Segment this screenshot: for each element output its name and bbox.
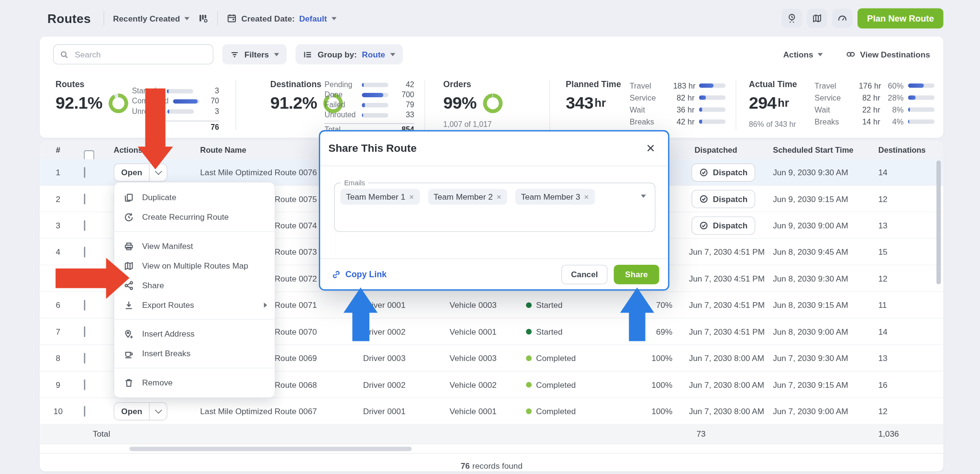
checkbox[interactable] bbox=[84, 406, 86, 416]
chevron-down-icon bbox=[818, 53, 823, 56]
row-checkbox[interactable] bbox=[84, 273, 86, 283]
divider bbox=[103, 11, 104, 25]
legend-label: Breaks bbox=[630, 117, 669, 126]
menu-item-insert-breaks[interactable]: Insert Breaks bbox=[114, 344, 275, 363]
page-title: Routes bbox=[47, 11, 91, 25]
dispatch-button[interactable]: Dispatch bbox=[691, 190, 755, 208]
total-dispatched: 73 bbox=[697, 429, 706, 439]
filters-button[interactable]: Filters bbox=[222, 44, 287, 64]
share-button[interactable]: Share bbox=[613, 265, 659, 284]
actions-dropdown[interactable]: Actions bbox=[783, 50, 823, 59]
menu-item-insert-address[interactable]: Insert Address bbox=[114, 324, 275, 344]
row-checkbox[interactable] bbox=[84, 380, 86, 389]
insert-breaks-icon bbox=[124, 349, 134, 359]
group-by-button[interactable]: Group by: Route bbox=[296, 44, 403, 64]
actions-label: Actions bbox=[783, 50, 813, 59]
menu-item-share[interactable]: Share bbox=[114, 275, 275, 295]
emails-field[interactable]: Emails Team Member 1×Team Member 2×Team … bbox=[334, 182, 656, 232]
chevron-down-icon[interactable] bbox=[641, 194, 646, 198]
horizontal-scrollbar-thumb[interactable] bbox=[130, 447, 412, 451]
open-label: Open bbox=[114, 164, 149, 181]
checkbox[interactable] bbox=[84, 220, 86, 230]
legend-value: 33 bbox=[393, 111, 414, 119]
open-dropdown-toggle[interactable] bbox=[150, 403, 167, 420]
status-cell: Started bbox=[526, 300, 562, 310]
chip-remove-icon[interactable]: × bbox=[497, 192, 501, 201]
menu-item-duplicate[interactable]: Duplicate bbox=[114, 188, 275, 207]
orders-donut bbox=[483, 93, 502, 113]
table-columns-settings-icon[interactable] bbox=[199, 13, 209, 23]
row-number: 6 bbox=[49, 300, 68, 310]
records-count: 76 bbox=[461, 461, 470, 471]
close-icon[interactable]: ✕ bbox=[645, 142, 657, 156]
menu-item-view-on-multiple-routes-map[interactable]: View on Multiple Routes Map bbox=[114, 256, 275, 275]
created-date-filter[interactable]: Created Date: Default bbox=[227, 13, 336, 23]
row-checkbox[interactable] bbox=[84, 168, 86, 177]
search-input[interactable] bbox=[53, 44, 213, 64]
cancel-button[interactable]: Cancel bbox=[561, 265, 607, 284]
recurring-route-icon bbox=[124, 212, 134, 222]
dispatch-button[interactable]: Dispatch bbox=[691, 163, 755, 181]
destinations-legend: Pending42Done700Failed79Unrouted33 bbox=[324, 79, 414, 120]
row-checkbox[interactable] bbox=[84, 247, 86, 257]
menu-item-remove[interactable]: Remove bbox=[114, 373, 275, 393]
email-chips: Team Member 1×Team Member 2×Team Member … bbox=[340, 189, 629, 205]
checkbox[interactable] bbox=[84, 273, 86, 283]
menu-item-create-recurring-route[interactable]: Create Recurring Route bbox=[114, 207, 275, 227]
checkbox[interactable] bbox=[84, 352, 86, 363]
checkbox[interactable] bbox=[84, 193, 86, 204]
created-date-label: Created Date: bbox=[241, 13, 295, 23]
progress-percent: 100% bbox=[634, 380, 673, 389]
checkbox[interactable] bbox=[84, 326, 86, 337]
orders-subtitle: 1,007 of 1,017 bbox=[443, 120, 491, 129]
checkbox[interactable] bbox=[84, 167, 86, 177]
chip-remove-icon[interactable]: × bbox=[584, 192, 589, 201]
row-checkbox[interactable] bbox=[84, 300, 86, 310]
vehicle-cell: Vehicle 0002 bbox=[450, 380, 497, 389]
copy-link-label: Copy Link bbox=[345, 270, 387, 279]
legend-label: Unrouted bbox=[324, 111, 357, 119]
legend-value: 176 hr bbox=[859, 81, 880, 90]
checkbox[interactable] bbox=[84, 247, 86, 257]
row-number: 5 bbox=[49, 273, 68, 283]
row-checkbox[interactable] bbox=[84, 221, 86, 230]
sort-dropdown[interactable]: Recently Created bbox=[113, 13, 189, 23]
legend-value: 42 hr bbox=[673, 117, 695, 126]
top-header: Routes Recently Created Created Date: De… bbox=[0, 0, 980, 37]
menu-item-view-manifest[interactable]: View Manifest bbox=[114, 237, 275, 256]
stat-title: Orders bbox=[443, 79, 471, 89]
row-checkbox[interactable] bbox=[84, 194, 86, 203]
legend-row: Failed79 bbox=[324, 100, 414, 110]
route-history-icon[interactable] bbox=[782, 9, 802, 28]
checkbox[interactable] bbox=[84, 379, 86, 390]
open-dropdown-toggle[interactable] bbox=[150, 164, 167, 181]
horizontal-scrollbar[interactable] bbox=[40, 444, 943, 453]
scheduled-start-cell: Jun 7, 2030 9:15 AM bbox=[773, 380, 848, 389]
chip-remove-icon[interactable]: × bbox=[409, 192, 414, 201]
view-destinations-button[interactable]: View Destinations bbox=[846, 49, 930, 59]
table-row[interactable]: 10OpenLast Mile Optimized Route 0067Driv… bbox=[40, 398, 943, 424]
menu-item-export-routes[interactable]: Export Routes bbox=[114, 295, 275, 315]
destinations-cell: 12 bbox=[879, 194, 888, 203]
dashboard-gauge-icon[interactable] bbox=[832, 9, 852, 28]
legend-value: 700 bbox=[393, 90, 414, 99]
menu-item-label: Create Recurring Route bbox=[142, 212, 229, 222]
vertical-scrollbar[interactable] bbox=[936, 160, 941, 284]
row-checkbox[interactable] bbox=[84, 406, 86, 416]
row-checkbox[interactable] bbox=[84, 353, 86, 363]
dispatched-cell: Jun 7, 2030 8:00 AM bbox=[689, 380, 764, 389]
plan-new-route-button[interactable]: Plan New Route bbox=[858, 8, 943, 28]
maps-icon[interactable] bbox=[807, 9, 827, 28]
row-checkbox[interactable] bbox=[84, 327, 86, 336]
open-route-button[interactable]: Open bbox=[114, 402, 167, 420]
chevron-down-icon bbox=[390, 53, 395, 56]
dispatch-button[interactable]: Dispatch bbox=[691, 216, 755, 234]
dispatched-cell: Jun 7, 2030 4:51 PM bbox=[689, 327, 765, 336]
scheduled-start-cell: Jun 8, 2030 9:45 AM bbox=[773, 247, 848, 257]
copy-link-button[interactable]: Copy Link bbox=[329, 270, 387, 279]
checkbox[interactable] bbox=[84, 299, 86, 310]
legend-bar bbox=[699, 107, 725, 112]
legend-row: Pending42 bbox=[324, 79, 414, 90]
open-route-button[interactable]: Open bbox=[114, 163, 167, 181]
export-icon bbox=[124, 300, 134, 310]
